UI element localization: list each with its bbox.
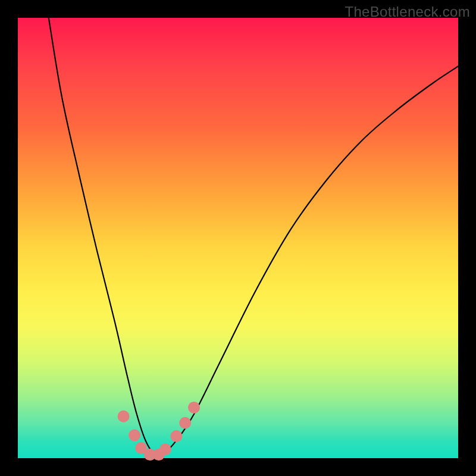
highlight-dots-group <box>118 402 200 461</box>
plot-area <box>18 18 458 458</box>
chart-frame: TheBottleneck.com <box>0 0 476 476</box>
highlight-dot <box>170 430 182 442</box>
bottleneck-curve <box>49 18 458 456</box>
highlight-dot <box>129 430 140 441</box>
highlight-dot <box>118 411 130 422</box>
curve-layer <box>18 18 458 458</box>
highlight-dot <box>179 417 191 429</box>
highlight-dot <box>188 402 200 414</box>
watermark-text: TheBottleneck.com <box>345 4 470 20</box>
highlight-dot <box>159 443 171 455</box>
